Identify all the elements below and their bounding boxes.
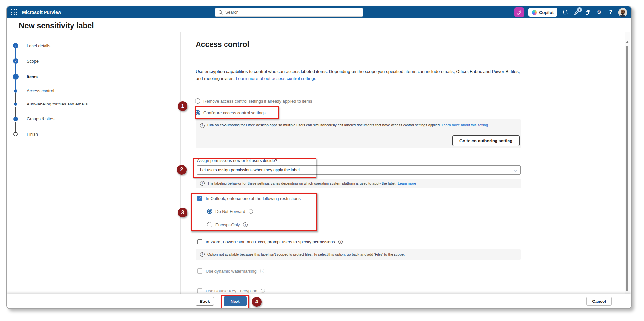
wizard-footer: Back Next Cancel — [7, 294, 631, 308]
word-prompt-label: In Word, PowerPoint, and Excel, prompt u… — [206, 240, 335, 244]
step-current-icon — [13, 74, 19, 80]
outlook-restriction-checkbox[interactable] — [197, 196, 202, 201]
word-prompt-checkbox[interactable] — [197, 239, 202, 244]
radio-row-configure-access[interactable]: Configure access control settings — [195, 110, 265, 115]
scroll-up-arrow-icon[interactable] — [626, 41, 629, 43]
annotation-number-4: 4 — [252, 297, 262, 307]
coauthoring-learn-more-link[interactable]: Learn more about this setting — [442, 123, 488, 127]
copilot-icon — [532, 10, 537, 15]
do-not-forward-row[interactable]: Do Not Forward i — [207, 209, 253, 214]
chevron-down-icon — [514, 168, 517, 172]
encrypt-only-label: Encrypt-Only — [215, 222, 240, 227]
assign-permissions-selected-value: Let users assign permissions when they a… — [200, 168, 300, 172]
help-icon: ? — [609, 9, 612, 15]
app-launcher-waffle-icon[interactable] — [11, 9, 18, 16]
help-button[interactable]: ? — [607, 8, 614, 17]
rocket-icon — [516, 9, 522, 15]
page-title: New sensitivity label — [19, 21, 94, 30]
account-avatar[interactable] — [618, 8, 627, 17]
app-title: Microsoft Purview — [22, 6, 61, 18]
radio-configure-access[interactable] — [195, 110, 200, 115]
promoted-rocket-button[interactable] — [514, 7, 524, 17]
labeling-behavior-info-strip: i The labeling behavior for these settin… — [196, 179, 521, 188]
stepper-connector — [15, 107, 16, 117]
scrollbar-thumb[interactable] — [626, 46, 628, 291]
stepper-connector — [15, 93, 16, 103]
word-prompt-row[interactable]: In Word, PowerPoint, and Excel, prompt u… — [197, 239, 343, 244]
stepper-item-auto-labeling[interactable]: Auto-labeling for files and emails — [27, 102, 88, 106]
assign-permissions-dropdown[interactable]: Let users assign permissions when they a… — [197, 165, 521, 175]
section-description: Use encryption capabilities to control w… — [196, 68, 521, 82]
stepper-item-finish[interactable]: Finish — [27, 132, 38, 137]
search-box[interactable] — [215, 8, 363, 17]
copilot-button[interactable]: Copilot — [528, 8, 557, 17]
word-prompt-info-icon[interactable]: i — [338, 240, 343, 244]
stepper-item-scope[interactable]: Scope — [27, 59, 39, 64]
step-dot-icon — [14, 89, 17, 93]
annotation-number-1: 1 — [178, 101, 187, 111]
community-button[interactable] — [584, 8, 591, 17]
access-control-learn-more-link[interactable]: Learn more about access control settings — [236, 76, 316, 81]
dynamic-watermark-info-icon[interactable]: i — [260, 269, 264, 273]
stepper-connector — [15, 48, 16, 59]
vertical-scrollbar[interactable] — [625, 32, 630, 294]
radio-configure-access-label: Configure access control settings — [203, 110, 265, 115]
go-to-coauthoring-button[interactable]: Go to co-authoring setting — [452, 135, 520, 146]
feedback-count-badge: 1 — [577, 7, 582, 12]
bell-icon — [562, 9, 568, 16]
cancel-button[interactable]: Cancel — [586, 297, 612, 306]
radio-encrypt-only[interactable] — [207, 222, 212, 227]
stepper-divider — [180, 32, 181, 294]
double-key-encryption-info-icon[interactable]: i — [261, 289, 265, 293]
double-key-encryption-checkbox[interactable] — [197, 288, 202, 293]
settings-button[interactable]: ⚙ — [596, 8, 603, 17]
outlook-restriction-row[interactable]: In Outlook, enforce one of the following… — [197, 196, 301, 201]
next-button[interactable]: Next — [224, 296, 247, 306]
dynamic-watermark-checkbox[interactable] — [197, 268, 202, 274]
feedback-button[interactable]: 1 — [573, 8, 580, 17]
app-window: Microsoft Purview Copilot — [6, 6, 632, 309]
search-input[interactable] — [225, 10, 360, 15]
labeling-behavior-text: The labeling behavior for these settings… — [207, 181, 396, 185]
double-key-encryption-row[interactable]: Use Double Key Encryption i — [197, 288, 265, 293]
encrypt-only-row[interactable]: Encrypt-Only i — [207, 222, 248, 227]
info-icon: i — [200, 181, 205, 186]
stepper-connector — [15, 122, 16, 132]
stepper-item-access-control[interactable]: Access control — [27, 88, 54, 93]
search-icon — [218, 10, 223, 15]
scope-info-strip: i Option not available because this labe… — [196, 249, 521, 260]
stepper-connector — [15, 80, 16, 90]
stepper-item-items[interactable]: Items — [27, 74, 38, 79]
stepper-connector — [15, 64, 16, 74]
step-pending-icon — [13, 132, 18, 136]
wizard-content: ✓ Label details ✓ Scope Items Access con… — [7, 32, 631, 294]
gear-icon: ⚙ — [597, 10, 601, 15]
avatar-image — [618, 8, 627, 17]
do-not-forward-label: Do Not Forward — [215, 209, 245, 214]
step-dot-icon — [14, 103, 17, 106]
labeling-learn-more-link[interactable]: Learn more — [398, 181, 416, 185]
section-heading: Access control — [196, 40, 249, 49]
radio-do-not-forward[interactable] — [207, 209, 212, 214]
page-header: New sensitivity label — [7, 18, 631, 32]
info-icon: i — [200, 123, 205, 128]
radio-remove-access[interactable] — [195, 98, 200, 104]
encrypt-only-info-icon[interactable]: i — [243, 222, 248, 227]
assign-permissions-question: Assign permissions now or let users deci… — [197, 158, 277, 163]
outlook-restriction-label: In Outlook, enforce one of the following… — [206, 196, 301, 201]
annotation-number-2: 2 — [177, 165, 187, 175]
double-key-encryption-label: Use Double Key Encryption — [206, 289, 257, 293]
coauthoring-info-text: Turn on co-authoring for Office desktop … — [207, 123, 441, 127]
back-button[interactable]: Back — [196, 297, 214, 306]
notifications-button[interactable] — [561, 8, 569, 17]
info-icon: i — [200, 252, 205, 257]
stepper-item-groups-sites[interactable]: Groups & sites — [27, 117, 54, 121]
stepper-item-label-details[interactable]: Label details — [27, 43, 50, 48]
step-dot-icon — [13, 117, 18, 121]
dynamic-watermark-row[interactable]: Use dynamic watermarking i — [197, 268, 264, 274]
do-not-forward-info-icon[interactable]: i — [249, 209, 253, 214]
radio-remove-access-label: Remove access control settings if alread… — [203, 99, 312, 104]
annotation-number-3: 3 — [178, 208, 187, 217]
step-check-icon: ✓ — [13, 58, 18, 64]
radio-row-remove-access[interactable]: Remove access control settings if alread… — [195, 98, 312, 104]
